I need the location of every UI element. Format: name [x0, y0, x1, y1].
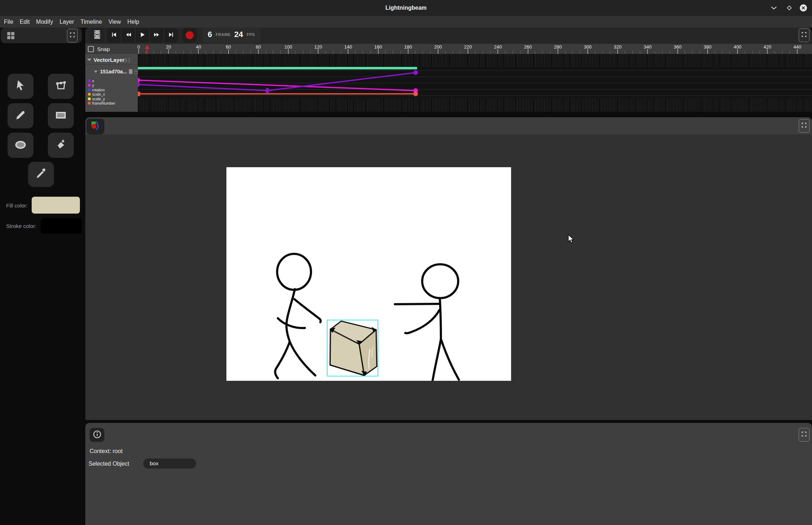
property-label: frameNumber [92, 101, 115, 105]
close-button[interactable] [798, 3, 808, 13]
ruler-tick [445, 51, 446, 54]
property-row-rotation[interactable]: rotation [85, 88, 138, 92]
ruler-tick [400, 51, 401, 54]
ruler-frame-label: 440 [794, 44, 802, 50]
keyframe-y[interactable] [138, 78, 140, 83]
property-row-x[interactable]: x [85, 79, 138, 83]
ruler-tick [266, 51, 266, 54]
ruler-tick [415, 51, 416, 54]
expand-icon [801, 431, 807, 438]
ruler-tick [535, 51, 535, 54]
keyframe-graph[interactable] [138, 67, 812, 98]
selected-object-value[interactable]: box [143, 458, 196, 469]
stroke-color-label: Stroke color: [6, 223, 36, 229]
info-icon [93, 430, 102, 440]
property-row-y[interactable]: y [85, 83, 138, 87]
menu-item-view[interactable]: View [105, 16, 124, 28]
timeline-expand-button[interactable] [799, 28, 809, 42]
ruler-tick [759, 51, 760, 54]
layer-collapse-icon[interactable] [87, 59, 91, 61]
ruler-tick [206, 51, 206, 54]
ruler-tick [408, 49, 409, 54]
tool-button-pencil[interactable] [8, 103, 33, 128]
frame-value[interactable]: 6 [208, 30, 212, 39]
skip-to-end-button[interactable] [164, 28, 178, 42]
menu-bar: FileEditModifyLayerTimelineViewHelp [0, 16, 812, 28]
timeline-tracks[interactable]: 0204060801001201401601802002202402602803… [138, 44, 812, 112]
keyframe-frameNumber[interactable] [413, 92, 418, 96]
play-button[interactable] [136, 28, 150, 42]
ruler-frame-label: 360 [674, 44, 682, 50]
ruler-tick [677, 49, 678, 54]
ruler-tick [310, 51, 311, 54]
sublayer-row[interactable]: 151ad70a... ~ [85, 67, 138, 76]
layer-row-vectorlayer[interactable]: VectorLayer [L] [85, 55, 138, 65]
fast-forward-button[interactable] [150, 28, 164, 42]
property-row-frameNumber[interactable]: frameNumber [85, 101, 138, 105]
grid-icon[interactable] [4, 30, 17, 41]
menu-item-help[interactable]: Help [124, 16, 143, 28]
minimize-button[interactable] [769, 3, 779, 13]
film-settings-button[interactable] [90, 28, 104, 42]
menu-item-edit[interactable]: Edit [17, 16, 33, 28]
info-button[interactable] [90, 428, 104, 442]
property-label: scale_x [92, 92, 105, 96]
ruler-tick [775, 51, 775, 54]
keyframe-span-bar[interactable] [138, 67, 417, 69]
keyframe-frameNumber[interactable] [138, 92, 140, 96]
ruler-frame-label: 200 [434, 44, 442, 50]
sublayer-tilde-button[interactable]: ~ [134, 69, 138, 74]
stage[interactable] [226, 167, 511, 381]
menu-item-timeline[interactable]: Timeline [77, 16, 105, 28]
record-icon [186, 31, 194, 39]
fps-value[interactable]: 24 [234, 30, 243, 39]
inspector-expand-button[interactable] [799, 428, 809, 442]
timeline-ruler[interactable]: 0204060801001201401601802002202402602803… [138, 44, 812, 54]
property-row-scale_y[interactable]: scale_y [85, 97, 138, 101]
property-row-scale_x[interactable]: scale_x [85, 92, 138, 96]
ruler-tick [603, 51, 603, 54]
keyframe-x[interactable] [413, 70, 418, 75]
tool-button-eyedropper[interactable] [28, 162, 54, 187]
stroke-color-swatch[interactable] [41, 218, 82, 234]
snap-checkbox[interactable] [88, 46, 94, 52]
record-button[interactable] [182, 28, 197, 42]
ruler-tick [497, 49, 498, 54]
property-color-dot [88, 79, 91, 82]
ruler-tick [558, 49, 558, 54]
tool-button-select[interactable] [8, 74, 33, 99]
ruler-tick [378, 49, 379, 54]
frame-cells-top[interactable] [138, 54, 812, 67]
menu-item-layer[interactable]: Layer [56, 16, 77, 28]
fill-color-swatch[interactable] [32, 197, 80, 214]
mouse-cursor [568, 234, 576, 244]
menu-item-file[interactable]: File [1, 16, 17, 28]
rewind-button[interactable] [121, 28, 136, 42]
frame-cells-bottom[interactable] [138, 98, 812, 112]
skip-to-start-button[interactable] [107, 28, 121, 42]
tool-button-paint-bucket[interactable] [48, 133, 74, 158]
stick-figure-left[interactable] [275, 254, 321, 378]
ruler-tick [318, 49, 319, 54]
canvas-expand-button[interactable] [799, 119, 809, 133]
keyframe-x[interactable] [265, 88, 269, 93]
tool-button-transform-path[interactable] [48, 74, 74, 99]
tool-button-rectangle[interactable] [48, 103, 74, 128]
tool-button-ellipse[interactable] [8, 133, 33, 158]
maximize-button[interactable] [784, 3, 794, 13]
stick-figure-right[interactable] [395, 264, 459, 380]
snap-row: Snap [85, 44, 138, 54]
ruler-tick [430, 51, 430, 54]
ruler-frame-label: 380 [704, 44, 712, 50]
keyframe-x[interactable] [138, 82, 140, 87]
ruler-tick [610, 51, 610, 54]
box-object[interactable] [330, 321, 377, 376]
tool-panel-expand-button[interactable] [67, 29, 78, 42]
ruler-tick [340, 51, 341, 54]
skip-start-icon [111, 32, 117, 39]
ruler-tick [580, 51, 580, 54]
sublayer-collapse-icon[interactable] [94, 70, 98, 73]
sublayer-swatch-button[interactable] [129, 69, 132, 74]
canvas-mode-button[interactable] [86, 119, 104, 134]
menu-item-modify[interactable]: Modify [33, 16, 56, 28]
